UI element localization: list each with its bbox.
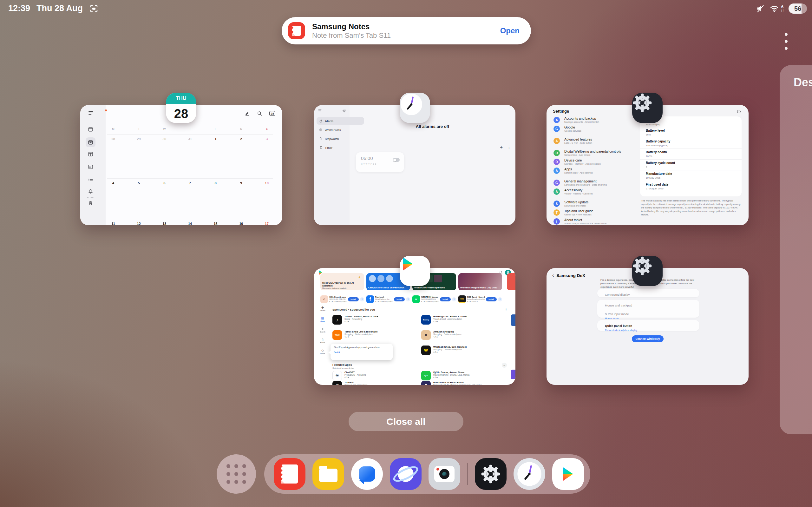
calendar-app-icon[interactable]: THU 28 xyxy=(166,93,196,123)
battery-row[interactable]: First used date27 August 2025 xyxy=(640,181,742,192)
calendar-week-row[interactable]: 11121314151617 xyxy=(107,222,273,225)
edit-icon[interactable] xyxy=(245,111,250,116)
suggested-app-row[interactable]: a Amazon ShoppingShopping · Online marke… xyxy=(421,330,504,340)
settings-app-icon[interactable] xyxy=(632,256,663,286)
gear-icon[interactable] xyxy=(342,109,347,113)
clock-nav-alarm[interactable]: Alarm xyxy=(317,117,364,125)
close-all-button[interactable]: Close all xyxy=(349,412,463,431)
battery-row[interactable]: Battery cycle count0 xyxy=(640,160,742,170)
settings-app-icon[interactable] xyxy=(632,93,663,123)
install-button[interactable]: Install xyxy=(348,297,359,301)
clock-nav-timer[interactable]: Timer xyxy=(317,144,364,151)
camera-icon[interactable] xyxy=(429,458,460,490)
quick-panel-section[interactable]: Quick panel button Connect wirelessly to… xyxy=(597,320,699,331)
settings-item[interactable]: GGoogleGoogle services xyxy=(552,125,642,133)
battery-row[interactable]: Battery level56% xyxy=(640,127,742,138)
settings-item[interactable]: iAbout tabletStatus • Legal information … xyxy=(552,218,642,225)
app-install-row[interactable]: C CiCi: Smart & easy chatSPRING SG PTE L… xyxy=(320,293,364,305)
settings-icon[interactable] xyxy=(475,458,507,490)
back-icon[interactable]: ‹ xyxy=(552,273,554,278)
featured-app-row[interactable]: iQIYI iQIYI - Drama, Anime, ShowMovie st… xyxy=(421,371,504,380)
suggested-app-row[interactable]: TEMU Temu: Shop Like a BillionaireShoppi… xyxy=(332,330,415,340)
more-options-icon[interactable]: ⋮ xyxy=(507,145,511,150)
settings-item[interactable]: SSoftware updateDownload and install xyxy=(552,200,642,209)
menu-icon[interactable] xyxy=(88,110,106,117)
tips-icon: T xyxy=(554,209,560,216)
calendar-month-view-icon[interactable] xyxy=(88,127,93,133)
app-install-row[interactable]: W WEBTOON Manga, ComicsNAVER WEBTOON4.7★… xyxy=(412,293,456,305)
notification-banner[interactable]: Samsung Notes Note from Sam's Tab S11 Op… xyxy=(282,17,531,44)
featured-next-icon[interactable]: → xyxy=(502,362,507,368)
more-options-icon[interactable]: ⋮ xyxy=(504,307,508,312)
settings-item[interactable]: DDevice careStorage • Memory • App prote… xyxy=(552,158,642,167)
install-button[interactable]: Install xyxy=(486,297,497,301)
list-icon[interactable] xyxy=(88,177,93,183)
menu-icon[interactable] xyxy=(318,109,322,113)
alarm-item[interactable]: 06:00 M T W T F S S xyxy=(356,152,404,172)
messages-icon[interactable] xyxy=(351,458,383,490)
nav-apps[interactable]: ▦Apps xyxy=(315,316,330,322)
nav-books[interactable]: ▯Books xyxy=(315,338,330,344)
connect-wirelessly-button[interactable]: Connect wirelessly xyxy=(632,335,664,342)
calendar-week-row[interactable]: 45678910 xyxy=(107,181,273,185)
featured-app-row[interactable]: ✳ ChatGPTProductivity · AI plugins4.7★ xyxy=(332,371,415,380)
app-install-row[interactable]: BBC BBC Sport - News & LiveBritish Broad… xyxy=(458,293,502,305)
bell-icon[interactable] xyxy=(88,189,93,195)
my-files-icon[interactable] xyxy=(312,458,344,490)
settings-item[interactable]: DDigital Wellbeing and parental controls… xyxy=(552,150,642,158)
play-store-app-icon[interactable] xyxy=(400,256,430,286)
suggested-app-row[interactable]: ♪ TikTok - Videos, Music & LIVESocial · … xyxy=(332,315,415,325)
chevron-down-icon[interactable]: ▾ xyxy=(360,297,364,301)
featured-app-row[interactable]: P Photoroom AI Photo EditorDesigned with… xyxy=(421,381,504,385)
spen-input-mode-item[interactable]: S Pen input mode Mouse mode xyxy=(605,311,692,320)
nav-search[interactable]: ○Search xyxy=(315,327,330,333)
play-store-icon[interactable] xyxy=(552,458,584,490)
trash-icon[interactable] xyxy=(88,200,93,207)
info-icon[interactable] xyxy=(737,109,741,114)
calendar-day-view-icon-selected[interactable] xyxy=(86,137,96,147)
nav-offers[interactable]: ◇Offers xyxy=(315,349,330,354)
more-options-icon[interactable] xyxy=(783,33,789,50)
samsung-notes-icon[interactable] xyxy=(274,458,305,490)
calendar-week-view-icon[interactable] xyxy=(88,151,93,158)
add-alarm-icon[interactable]: + xyxy=(500,145,503,150)
suggested-app-row[interactable]: W Whatnot: Shop, Sell, ConnectShopping ·… xyxy=(421,345,504,355)
chevron-down-icon[interactable]: ▾ xyxy=(498,297,502,301)
settings-item[interactable]: AAdvanced featuresLabs • S Pen • Side bu… xyxy=(552,137,642,146)
settings-item[interactable]: GGeneral managementLanguage and keyboard… xyxy=(552,179,642,187)
alarm-toggle[interactable] xyxy=(393,158,400,162)
battery-row[interactable]: Manufacture date19 May 2025 xyxy=(640,170,742,181)
calendar-agenda-view-icon[interactable] xyxy=(88,164,93,171)
battery-row[interactable]: Battery health100% xyxy=(640,149,742,160)
install-button[interactable]: Install xyxy=(440,297,451,301)
suggested-app-row[interactable]: Booking Booking.com: Hotels & TravelTrav… xyxy=(421,315,504,325)
export-apps-tooltip[interactable]: Find Export Approved apps and games here… xyxy=(330,344,393,360)
today-button[interactable]: 28 xyxy=(269,111,275,116)
screen-capture-icon[interactable] xyxy=(89,4,99,13)
clock-app-icon[interactable] xyxy=(400,93,430,123)
install-button[interactable]: Install xyxy=(394,297,405,301)
got-it-button[interactable]: Got it xyxy=(334,351,340,354)
promo-banner[interactable]: Women's Rugby World Cup 2025 xyxy=(458,273,502,290)
chevron-down-icon[interactable]: ▾ xyxy=(406,297,410,301)
app-install-row[interactable]: f FacebookMeta Platforms, Inc.4.2★ · Par… xyxy=(366,293,410,305)
settings-item[interactable]: AAccounts and backupManage accounts • Sm… xyxy=(552,116,642,125)
chevron-down-icon[interactable]: ▾ xyxy=(452,297,456,301)
clock-nav-stopwatch[interactable]: Stopwatch xyxy=(317,135,364,143)
promo-banner[interactable]: ✦ Meet CiCi, your all-in-one AI assistan… xyxy=(320,273,364,290)
featured-app-row[interactable]: @ ThreadsConnect and share ideas xyxy=(332,381,415,385)
connected-display-section[interactable]: Connected display xyxy=(597,289,699,297)
settings-item[interactable]: AAppsDefault apps • App settings xyxy=(552,167,642,175)
search-icon[interactable] xyxy=(257,111,262,116)
all-apps-button[interactable] xyxy=(216,454,256,494)
edge-panel[interactable]: Des xyxy=(779,65,812,434)
mouse-trackpad-item[interactable]: Mouse and trackpad xyxy=(605,302,692,308)
settings-item[interactable]: TTips and user guideUseful tips • New fe… xyxy=(552,209,642,217)
settings-item[interactable]: AAccessibilityVision • Hearing • Dexteri… xyxy=(552,188,642,196)
calendar-week-row[interactable]: 28293031123 xyxy=(107,137,273,141)
clock-icon[interactable] xyxy=(513,458,545,490)
notification-open-button[interactable]: Open xyxy=(500,26,519,35)
samsung-internet-icon[interactable] xyxy=(390,458,422,490)
battery-row[interactable]: Battery capacity11600 mAh (typical) xyxy=(640,138,742,149)
nav-games[interactable]: ◆Games xyxy=(315,305,330,311)
